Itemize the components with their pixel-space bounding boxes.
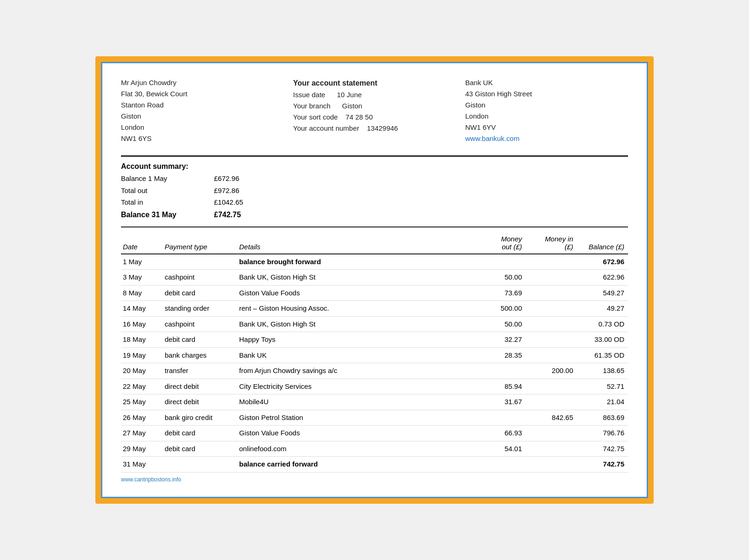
cell-out [475, 254, 526, 270]
cell-date: 3 May [121, 270, 163, 286]
cell-balance: 33.00 OD [577, 332, 628, 348]
cell-type: cashpoint [163, 316, 237, 332]
customer-address1: Flat 30, Bewick Court [121, 88, 284, 100]
cell-details: Bank UK [237, 347, 475, 363]
cell-in [526, 394, 577, 410]
header-section: Mr Arjun Chowdry Flat 30, Bewick Court S… [121, 77, 628, 144]
cell-out: 85.94 [475, 379, 526, 394]
cell-date: 20 May [121, 363, 163, 379]
cell-type: direct debit [163, 379, 237, 394]
summary-row: Total in£1042.65 [121, 196, 628, 208]
cell-details: balance brought forward [237, 254, 475, 270]
cell-in [526, 426, 577, 441]
cell-date: 8 May [121, 285, 163, 301]
account-row: Your account number 13429946 [293, 123, 456, 134]
inner-border: Mr Arjun Chowdry Flat 30, Bewick Court S… [101, 62, 648, 498]
cell-date: 16 May [121, 316, 163, 332]
table-row: 27 May debit card Giston Value Foods 66.… [121, 426, 628, 441]
cell-date: 19 May [121, 347, 163, 363]
summary-row: Balance 31 May£742.75 [121, 208, 628, 221]
cell-in: 842.65 [526, 410, 577, 426]
cell-in [526, 441, 577, 457]
cell-details: Giston Value Foods [237, 285, 475, 301]
table-row: 3 May cashpoint Bank UK, Giston High St … [121, 270, 628, 286]
table-row: 20 May transfer from Arjun Chowdry savin… [121, 363, 628, 379]
cell-in [526, 316, 577, 332]
cell-in: 200.00 [526, 363, 577, 379]
summary-label: Balance 31 May [121, 208, 214, 221]
cell-balance: 672.96 [577, 254, 628, 270]
cell-in [526, 285, 577, 301]
bank-website[interactable]: www.bankuk.com [465, 133, 628, 144]
cell-out [475, 457, 526, 473]
cell-balance: 0.73 OD [577, 316, 628, 332]
cell-date: 25 May [121, 394, 163, 410]
footer-url: www.cantripbostons.info [121, 476, 628, 483]
account-label: Your account number [293, 124, 359, 132]
table-row: 26 May bank giro credit Giston Petrol St… [121, 410, 628, 426]
header-in: Money in(£) [526, 232, 577, 254]
header-balance: Balance (£) [577, 232, 628, 254]
customer-address: Mr Arjun Chowdry Flat 30, Bewick Court S… [121, 77, 284, 144]
cell-in [526, 457, 577, 473]
cell-balance: 742.75 [577, 457, 628, 473]
cell-in [526, 332, 577, 348]
issue-label: Issue date [293, 91, 325, 99]
summary-rows: Balance 1 May£672.96Total out£972.86Tota… [121, 173, 628, 221]
cell-date: 31 May [121, 457, 163, 473]
bank-info: Bank UK 43 Giston High Street Giston Lon… [465, 77, 628, 144]
header-details: Details [237, 232, 475, 254]
summary-section: Account summary: Balance 1 May£672.96Tot… [121, 162, 628, 221]
cell-details: Giston Petrol Station [237, 410, 475, 426]
cell-type [163, 457, 237, 473]
statement-table: Date Payment type Details Moneyout (£) M… [121, 232, 628, 473]
cell-in [526, 347, 577, 363]
cell-details: Giston Value Foods [237, 426, 475, 441]
table-row: 8 May debit card Giston Value Foods 73.6… [121, 285, 628, 301]
table-body: 1 May balance brought forward 672.96 3 M… [121, 254, 628, 473]
table-row: 31 May balance carried forward 742.75 [121, 457, 628, 473]
bank-address2: Giston [465, 100, 628, 111]
statement-title: Your account statement [293, 77, 456, 89]
cell-type: bank giro credit [163, 410, 237, 426]
cell-out: 54.01 [475, 441, 526, 457]
customer-address2: Stanton Road [121, 100, 284, 111]
cell-details: Bank UK, Giston High St [237, 316, 475, 332]
cell-date: 14 May [121, 301, 163, 317]
sort-row: Your sort code 74 28 50 [293, 112, 456, 123]
header-type: Payment type [163, 232, 237, 254]
cell-details: Bank UK, Giston High St [237, 270, 475, 286]
cell-out: 66.93 [475, 426, 526, 441]
cell-details: Happy Toys [237, 332, 475, 348]
cell-in [526, 270, 577, 286]
summary-row: Balance 1 May£672.96 [121, 173, 628, 185]
outer-border: Mr Arjun Chowdry Flat 30, Bewick Court S… [95, 56, 654, 504]
cell-type [163, 254, 237, 270]
summary-value: £672.96 [214, 173, 261, 185]
table-row: 22 May direct debit City Electricity Ser… [121, 379, 628, 394]
table-row: 29 May debit card onlinefood.com 54.01 7… [121, 441, 628, 457]
cell-out: 32.27 [475, 332, 526, 348]
customer-address5: NW1 6YS [121, 133, 284, 144]
customer-address3: Giston [121, 111, 284, 122]
cell-date: 18 May [121, 332, 163, 348]
summary-divider [121, 227, 628, 227]
summary-label: Total in [121, 196, 214, 208]
cell-out [475, 363, 526, 379]
cell-details: Mobile4U [237, 394, 475, 410]
cell-balance: 49.27 [577, 301, 628, 317]
cell-out: 500.00 [475, 301, 526, 317]
issue-date-row: Issue date 10 June [293, 89, 456, 100]
cell-balance: 52.71 [577, 379, 628, 394]
cell-date: 22 May [121, 379, 163, 394]
bank-address4: NW1 6YV [465, 122, 628, 133]
cell-in [526, 254, 577, 270]
customer-address4: London [121, 122, 284, 133]
bank-name: Bank UK [465, 77, 628, 88]
cell-details: City Electricity Services [237, 379, 475, 394]
summary-row: Total out£972.86 [121, 185, 628, 197]
table-row: 18 May debit card Happy Toys 32.27 33.00… [121, 332, 628, 348]
cell-balance: 622.96 [577, 270, 628, 286]
cell-details: balance carried forward [237, 457, 475, 473]
branch-label: Your branch [293, 102, 330, 110]
